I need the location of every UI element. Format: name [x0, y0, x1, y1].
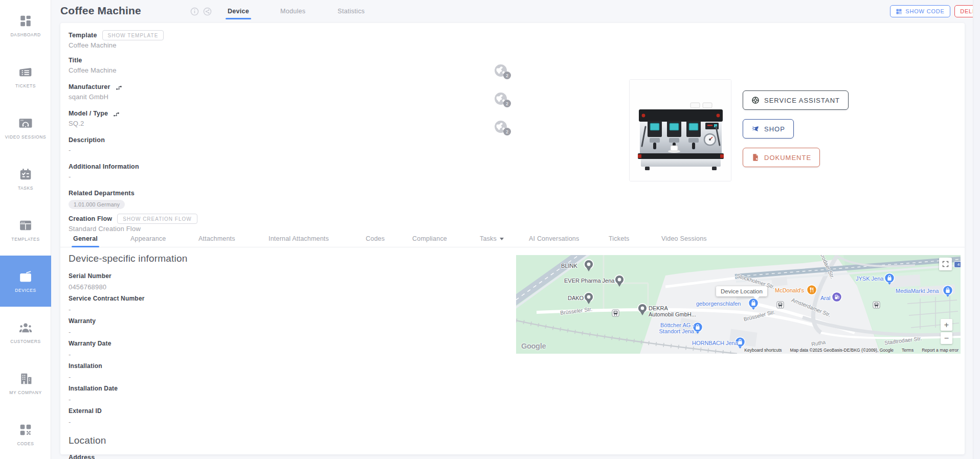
- service-assistant-label: SERVICE ASSISTANT: [764, 97, 840, 104]
- info-field: Service Contract Number -: [69, 293, 396, 315]
- detail-tab[interactable]: Tasks: [480, 235, 504, 242]
- service-assistant-button[interactable]: SERVICE ASSISTANT: [743, 90, 849, 110]
- sidebar-item[interactable]: VIDEO SESSIONS: [0, 102, 51, 153]
- map-marker[interactable]: [873, 301, 880, 309]
- map-attribution: Keyboard shortcuts Map data ©2025 GeoBas…: [744, 348, 959, 353]
- header-tab[interactable]: Device: [228, 8, 249, 15]
- header-tab[interactable]: Statistics: [338, 8, 365, 15]
- device-image: [629, 79, 731, 181]
- header-tab[interactable]: Modules: [280, 8, 305, 15]
- documents-button[interactable]: DOKUMENTE: [743, 148, 820, 167]
- info-field-value: -: [69, 304, 396, 315]
- show-creation-flow-button[interactable]: SHOW CREATION FLOW: [117, 214, 197, 224]
- sidebar-item-label: TICKETS: [15, 83, 36, 88]
- map-marker[interactable]: [883, 272, 896, 287]
- detail-tab-label: General: [73, 235, 98, 242]
- section-heading: Device-specific information: [69, 253, 396, 264]
- info-icon[interactable]: [190, 7, 199, 16]
- detail-tab[interactable]: Codes: [366, 235, 385, 242]
- sidebar-item[interactable]: MY COMPANY: [0, 358, 51, 409]
- detail-tab[interactable]: General: [73, 235, 98, 242]
- sidebar-item-label: VIDEO SESSIONS: [5, 134, 47, 140]
- detail-tab-label: Tickets: [609, 235, 630, 242]
- sidebar-item[interactable]: DASHBOARD: [0, 0, 51, 51]
- info-field-value: 0456768980: [69, 282, 396, 293]
- show-code-label: SHOW CODE: [905, 8, 944, 14]
- info-field-label: Warranty Date: [69, 338, 396, 349]
- map-marker[interactable]: [583, 259, 595, 273]
- map-marker[interactable]: [942, 285, 954, 299]
- map-label: DEKRA Automobil GmbH...: [649, 305, 696, 317]
- sidebar-item[interactable]: TEMPLATES: [0, 204, 51, 256]
- map-marker[interactable]: [613, 274, 626, 289]
- sidebar-item-icon: [19, 321, 32, 334]
- map-marker[interactable]: [776, 301, 784, 309]
- flow-branch-icon[interactable]: [116, 84, 122, 90]
- detail-tab[interactable]: Attachments: [198, 235, 235, 242]
- detail-tab[interactable]: AI Conversations: [529, 235, 579, 242]
- device-location-map[interactable]: BLINK EVER Pharma Jena DAKO DEKRA Automo…: [516, 255, 961, 354]
- map-fullscreen-button[interactable]: [939, 258, 952, 270]
- department-chip[interactable]: 1.01.000 Germany: [69, 200, 125, 209]
- sidebar-item[interactable]: TICKETS: [0, 51, 51, 102]
- template-label: Template: [69, 30, 97, 40]
- translation-count-badge: 2: [503, 72, 511, 79]
- detail-tab-label: Appearance: [130, 235, 166, 242]
- map-label: EVER Pharma Jena: [564, 278, 614, 284]
- translation-badges: 2 2 2: [494, 64, 507, 148]
- translation-globe-icon[interactable]: 2: [494, 92, 507, 105]
- map-marker[interactable]: [583, 292, 595, 306]
- keyboard-shortcuts-link[interactable]: Keyboard shortcuts: [744, 348, 782, 353]
- header-tab-label: Modules: [280, 8, 305, 15]
- translation-globe-icon[interactable]: 2: [494, 64, 507, 77]
- translation-globe-icon[interactable]: 2: [494, 120, 507, 133]
- header-tab-label: Device: [228, 8, 249, 15]
- additional-info-label: Additional Information: [69, 162, 386, 172]
- detail-tab[interactable]: Compliance: [412, 235, 447, 242]
- sidebar-item-icon: [19, 423, 32, 437]
- show-template-button[interactable]: SHOW TEMPLATE: [102, 30, 164, 40]
- location-heading: Location: [69, 435, 396, 446]
- model-type-label: Model / Type: [69, 108, 108, 119]
- device-overview: Template SHOW TEMPLATE Coffee Machine Ti…: [69, 30, 386, 239]
- template-value: Coffee Machine: [69, 40, 386, 51]
- sidebar-item[interactable]: CUSTOMERS: [0, 307, 51, 358]
- sidebar-item[interactable]: CODES: [0, 409, 51, 459]
- share-icon[interactable]: [203, 7, 212, 16]
- sidebar-item-icon: [19, 117, 32, 130]
- map-marker[interactable]: [747, 297, 760, 312]
- map-marker[interactable]: [831, 291, 843, 306]
- info-field-value: -: [69, 372, 396, 383]
- manufacturer-value: sqanit GmbH: [69, 92, 386, 102]
- map-marker[interactable]: [636, 303, 649, 317]
- terms-link[interactable]: Terms: [902, 348, 914, 353]
- info-field: Warranty -: [69, 315, 396, 338]
- sidebar-item-label: TEMPLATES: [11, 237, 39, 242]
- page-scrollbar[interactable]: [973, 0, 980, 459]
- sidebar-item[interactable]: TASKS: [0, 153, 51, 204]
- map-zoom-in-button[interactable]: +: [941, 319, 952, 331]
- document-icon: [751, 153, 760, 162]
- header-tab-label: Statistics: [338, 8, 365, 15]
- detail-tab[interactable]: Internal Attachments: [269, 235, 329, 242]
- info-field: External ID -: [69, 405, 396, 428]
- map-marker[interactable]: [612, 309, 619, 317]
- map-zoom-out-button[interactable]: −: [941, 332, 952, 344]
- related-departments-label: Related Departments: [69, 188, 386, 198]
- flow-branch-icon[interactable]: [113, 110, 120, 117]
- highway-shield: 4: [954, 261, 961, 268]
- sidebar-item-icon: [19, 65, 32, 79]
- description-value: -: [69, 145, 386, 155]
- google-logo: Google: [521, 342, 546, 350]
- documents-label: DOKUMENTE: [764, 154, 811, 162]
- sidebar-item-icon: [19, 168, 32, 181]
- report-map-error-link[interactable]: Report a map error: [922, 348, 959, 353]
- sidebar-item[interactable]: DEVICES: [0, 256, 51, 307]
- detail-tab[interactable]: Tickets: [609, 235, 630, 242]
- detail-tab[interactable]: Video Sessions: [661, 235, 707, 242]
- map-marker[interactable]: [806, 284, 818, 299]
- shop-button[interactable]: SHOP: [743, 119, 794, 139]
- detail-tab[interactable]: Appearance: [130, 235, 166, 242]
- show-code-button[interactable]: SHOW CODE: [890, 5, 950, 17]
- info-field-label: Installation: [69, 360, 396, 372]
